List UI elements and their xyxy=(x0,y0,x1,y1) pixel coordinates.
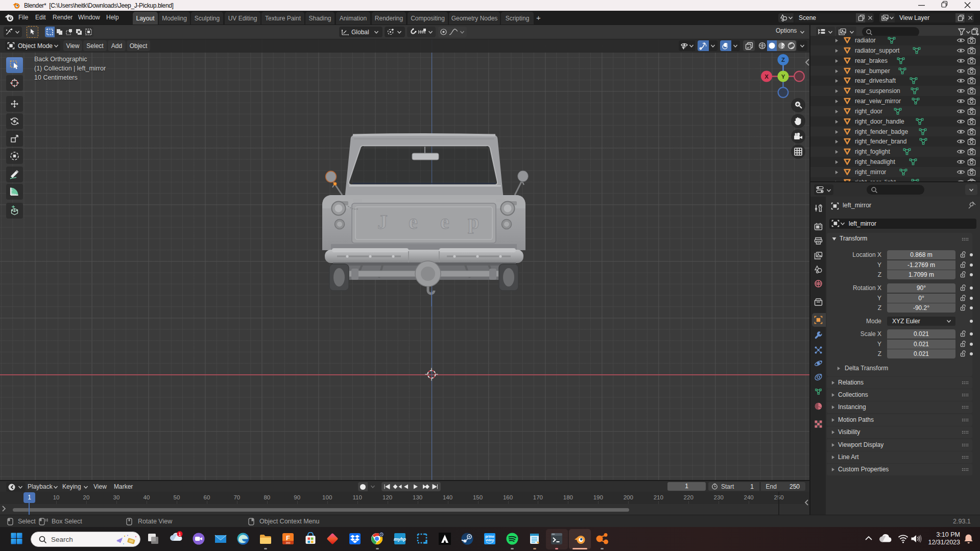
svg-text:Z: Z xyxy=(781,57,785,63)
svg-text:e: e xyxy=(409,210,418,233)
svg-text:myhp: myhp xyxy=(394,537,407,542)
svg-text:1: 1 xyxy=(178,532,181,537)
svg-text:X: X xyxy=(764,74,769,80)
svg-text:Y: Y xyxy=(781,74,785,80)
svg-text:360: 360 xyxy=(285,541,290,544)
svg-text:e: e xyxy=(440,210,449,233)
svg-text:video: video xyxy=(486,538,494,542)
svg-text:J: J xyxy=(377,210,388,233)
svg-text:p: p xyxy=(468,210,479,233)
svg-text:F: F xyxy=(286,534,290,542)
